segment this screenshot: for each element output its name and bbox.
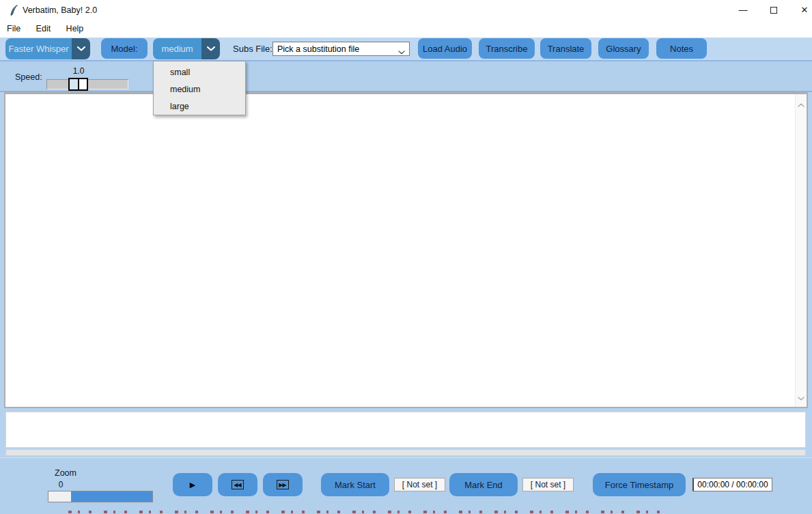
- mark-end-value: [ Not set ]: [522, 478, 574, 491]
- speed-value: 1.0: [68, 66, 89, 76]
- fast-forward-button[interactable]: ▶▶: [263, 473, 303, 496]
- model-dropdown-menu: small medium large: [153, 61, 246, 115]
- engine-dropdown[interactable]: Faster Whisper: [5, 38, 90, 59]
- glossary-button[interactable]: Glossary: [598, 38, 649, 59]
- scroll-up-icon[interactable]: [798, 98, 804, 110]
- clipped-red-text-fragments: [68, 511, 669, 513]
- model-label-button[interactable]: Model:: [101, 38, 148, 59]
- playback-bar: Zoom 0 ▶ ◀◀ ▶▶ Mark Start [ Not set ] Ma…: [0, 457, 812, 514]
- menu-file[interactable]: File: [0, 20, 27, 38]
- zoom-slider[interactable]: [48, 491, 153, 502]
- close-button[interactable]: ✕: [794, 0, 812, 20]
- menu-help[interactable]: Help: [60, 20, 90, 38]
- entry-input[interactable]: [5, 412, 806, 448]
- subs-file-label: Subs File:: [233, 38, 272, 60]
- subs-file-combobox-value: Pick a substitution file: [277, 44, 359, 54]
- rewind-button[interactable]: ◀◀: [218, 473, 257, 496]
- zoom-label: Zoom: [55, 468, 76, 478]
- maximize-icon: [770, 7, 777, 14]
- rewind-icon: ◀◀: [232, 480, 243, 489]
- scroll-down-icon[interactable]: [798, 391, 804, 403]
- chevron-down-icon: [201, 38, 220, 59]
- fast-forward-icon: ▶▶: [277, 480, 288, 489]
- model-option-small[interactable]: small: [154, 64, 245, 81]
- notes-button[interactable]: Notes: [656, 38, 707, 59]
- chevron-down-icon: [72, 38, 90, 59]
- zoom-slider-fill: [71, 491, 152, 502]
- speed-slider-handle[interactable]: [68, 78, 88, 91]
- play-button[interactable]: ▶: [173, 473, 212, 496]
- zoom-value: 0: [56, 480, 66, 489]
- model-dropdown-value: medium: [153, 38, 201, 59]
- window-title: Verbatim, Baby! 2.0: [23, 0, 97, 20]
- menu-edit[interactable]: Edit: [30, 20, 57, 38]
- horizontal-scrollbar[interactable]: [5, 449, 806, 456]
- speed-slider[interactable]: [46, 79, 128, 89]
- transcript-text-area[interactable]: [8, 96, 793, 405]
- maximize-button[interactable]: [764, 0, 784, 20]
- engine-dropdown-value: Faster Whisper: [5, 38, 72, 59]
- speed-panel: Speed: 1.0: [0, 60, 812, 92]
- toolbar: Faster Whisper Model: medium Subs File: …: [0, 38, 812, 60]
- model-option-medium[interactable]: medium: [154, 81, 245, 98]
- title-bar: Verbatim, Baby! 2.0 — ✕: [0, 0, 812, 20]
- mark-end-button[interactable]: Mark End: [449, 473, 518, 496]
- mark-start-value: [ Not set ]: [394, 478, 445, 491]
- menu-bar: File Edit Help: [0, 20, 812, 38]
- translate-button[interactable]: Translate: [540, 38, 591, 59]
- force-timestamp-button[interactable]: Force Timestamp: [593, 473, 686, 496]
- transcript-frame: [4, 92, 808, 408]
- app-window: Verbatim, Baby! 2.0 — ✕ File Edit Help F…: [0, 0, 812, 514]
- speed-label: Speed:: [15, 72, 42, 82]
- mark-start-button[interactable]: Mark Start: [321, 473, 389, 496]
- minimize-button[interactable]: —: [733, 0, 753, 20]
- model-dropdown[interactable]: medium: [153, 38, 220, 59]
- app-feather-icon: [10, 5, 18, 19]
- vertical-scrollbar[interactable]: [795, 94, 807, 407]
- subs-file-combobox[interactable]: Pick a substitution file: [272, 42, 410, 56]
- load-audio-button[interactable]: Load Audio: [418, 38, 472, 59]
- time-display[interactable]: 00:00:00 / 00:00:00: [692, 478, 772, 491]
- transcribe-button[interactable]: Transcribe: [479, 38, 535, 59]
- model-option-large[interactable]: large: [154, 98, 245, 115]
- play-icon: ▶: [190, 481, 195, 489]
- chevron-down-icon: [398, 47, 405, 57]
